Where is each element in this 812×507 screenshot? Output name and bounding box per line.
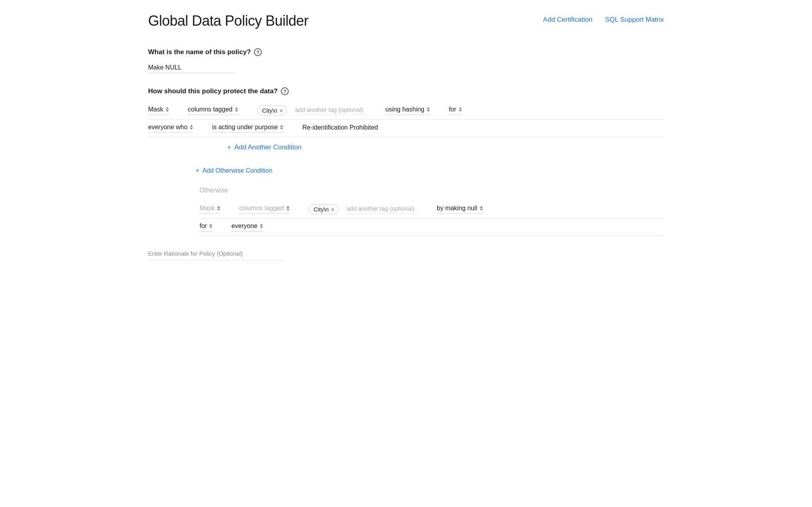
everyone-text: everyone [231,222,257,230]
for-spinner[interactable] [459,107,462,112]
add-tag-field[interactable]: add another tag (optional) [295,106,366,115]
header: Global Data Policy Builder Add Certifica… [148,13,664,29]
sql-support-matrix-link[interactable]: SQL Support Matrix [605,16,664,24]
rationale-input[interactable]: Enter Rationale for Policy (Optional) [148,250,283,260]
page-title: Global Data Policy Builder [148,13,309,29]
everyone-who-spinner[interactable] [190,125,193,130]
otherwise-section: Otherwise Mask columns tagged [148,187,664,236]
policy-name-label: What is the name of this policy? ? [148,48,664,56]
otherwise-row-1: Mask columns tagged [200,200,664,219]
using-hashing-spinner[interactable] [427,107,430,112]
otherwise-for-field[interactable]: for [200,222,213,232]
protection-help-icon[interactable]: ? [281,87,289,95]
protection-section: How should this policy protect the data?… [148,87,664,236]
tag-chip-label: City\n [262,107,277,114]
purpose-value: Re-identification Prohibited [302,124,378,133]
otherwise-tag-chip-label: City\n [314,206,329,213]
add-certification-link[interactable]: Add Certification [543,16,592,24]
columns-tagged-spinner[interactable] [235,107,238,112]
otherwise-row-2: for everyone [200,219,664,236]
for-field[interactable]: for [449,106,462,115]
otherwise-mask-text: Mask [200,205,215,212]
otherwise-for-text: for [200,222,207,230]
add-otherwise-condition-button[interactable]: + Add Otherwise Condition [196,164,273,177]
add-another-condition-label: Add Another Condition [234,143,301,151]
policy-name-input[interactable] [148,62,235,73]
for-text: for [449,106,456,113]
condition-row-2: everyone who is acting under purpose [148,120,664,137]
policy-name-help-icon[interactable]: ? [254,48,262,56]
mask-field[interactable]: Mask [148,106,169,115]
otherwise-columns-tagged-text: columns tagged [239,205,284,212]
plus-icon: + [227,143,231,151]
mask-text: Mask [148,106,163,113]
otherwise-for-spinner[interactable] [209,224,212,228]
otherwise-rows: Mask columns tagged [200,200,664,236]
otherwise-mask-spinner[interactable] [217,206,220,211]
otherwise-tag-chip-close[interactable]: × [331,207,334,212]
everyone-who-field[interactable]: everyone who [148,124,193,133]
columns-tagged-text: columns tagged [188,106,233,113]
everyone-field[interactable]: everyone [231,222,263,232]
is-acting-spinner[interactable] [280,125,283,130]
everyone-spinner[interactable] [260,224,263,228]
plus-icon-otherwise: + [196,167,199,174]
add-otherwise-condition-label: Add Otherwise Condition [203,167,273,174]
is-acting-text: is acting under purpose [212,124,278,131]
tag-chip-close[interactable]: × [280,108,283,113]
by-making-null-field[interactable]: by making null [437,205,483,214]
otherwise-add-tag-field[interactable]: add another tag (optional) [346,205,418,214]
by-making-null-text: by making null [437,205,477,212]
by-making-null-spinner[interactable] [480,206,483,211]
add-another-condition-button[interactable]: + Add Another Condition [227,137,302,158]
using-hashing-text: using hashing [385,106,424,113]
otherwise-columns-tagged-spinner[interactable] [286,206,290,211]
page-container: Global Data Policy Builder Add Certifica… [129,0,683,273]
rationale-section: Enter Rationale for Policy (Optional) [148,250,664,260]
otherwise-tag-chip-city: City\n × [309,204,339,214]
add-condition-container: + Add Another Condition [148,137,664,158]
everyone-who-text: everyone who [148,124,188,131]
mask-spinner[interactable] [166,107,169,112]
header-actions: Add Certification SQL Support Matrix [543,13,664,24]
main-condition-block: Mask columns tagged City\n [148,102,664,158]
is-acting-field[interactable]: is acting under purpose [212,124,283,133]
condition-row-1: Mask columns tagged City\n [148,102,664,120]
otherwise-columns-tagged-field[interactable]: columns tagged [239,205,290,214]
policy-name-section: What is the name of this policy? ? [148,48,664,73]
otherwise-label: Otherwise [200,187,664,194]
tag-chip-city: City\n × [257,106,288,115]
columns-tagged-field[interactable]: columns tagged [188,106,238,115]
protection-label: How should this policy protect the data?… [148,87,664,95]
using-hashing-field[interactable]: using hashing [385,106,430,115]
add-otherwise-container: + Add Otherwise Condition [148,164,664,187]
otherwise-mask-field[interactable]: Mask [200,205,220,214]
